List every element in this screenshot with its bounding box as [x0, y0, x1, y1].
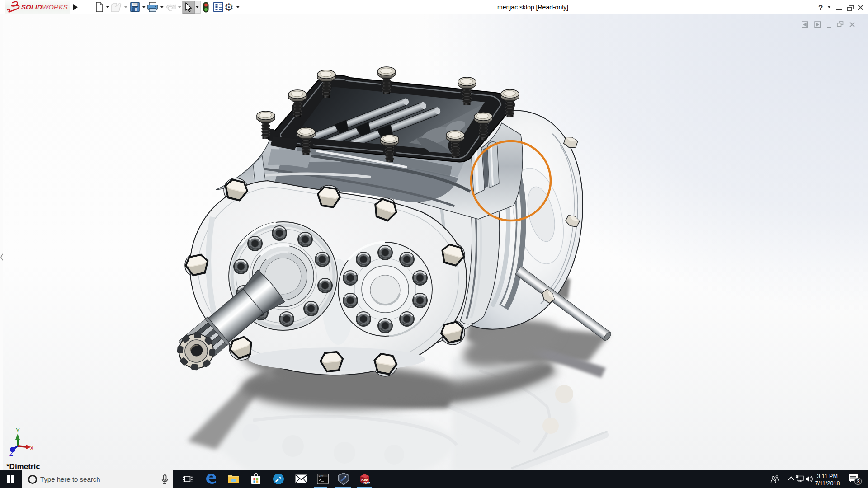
svg-text:7/11/2018: 7/11/2018: [815, 480, 840, 487]
svg-text:3: 3: [857, 479, 860, 485]
svg-text:C:\>_: C:\>_: [319, 475, 325, 477]
svg-text:WORKS: WORKS: [42, 3, 68, 11]
svg-text:SOLID: SOLID: [21, 3, 42, 11]
svg-text:⚙: ⚙: [224, 1, 234, 13]
svg-text:Y: Y: [16, 427, 20, 434]
svg-text:?: ?: [818, 4, 823, 12]
svg-text:x: x: [30, 444, 33, 451]
svg-text:3:11 PM: 3:11 PM: [817, 473, 838, 479]
svg-text:2017: 2017: [363, 482, 370, 485]
svg-text:Z: Z: [9, 450, 13, 457]
